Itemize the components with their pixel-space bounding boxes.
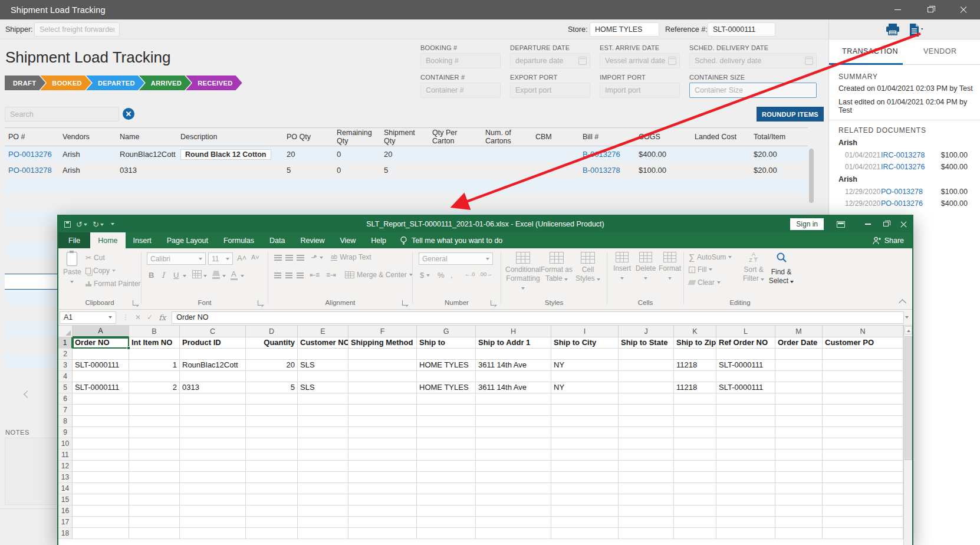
excel-cell-H17[interactable] (476, 517, 551, 528)
excel-cell-K15[interactable] (674, 494, 716, 505)
excel-cell-M9[interactable] (775, 427, 823, 438)
excel-cell-C2[interactable] (180, 349, 246, 360)
excel-cell-J3[interactable] (619, 360, 674, 371)
comma-style-icon[interactable]: , (450, 271, 453, 280)
excel-cell-L16[interactable] (716, 505, 775, 517)
excel-cell-A16[interactable] (73, 505, 129, 517)
excel-cell-K4[interactable] (674, 371, 716, 382)
clear-button[interactable]: Clear (689, 278, 721, 287)
bill-link[interactable]: B-0013276 (583, 150, 632, 159)
excel-cell-A3[interactable]: SLT-0000111 (73, 360, 129, 371)
excel-cell-K11[interactable] (674, 449, 716, 461)
excel-cell-E10[interactable] (298, 438, 348, 449)
excel-cell-N5[interactable] (823, 382, 903, 393)
accounting-format-icon[interactable]: $ (420, 271, 430, 280)
excel-cell-K7[interactable] (674, 405, 716, 416)
excel-cell-I5[interactable]: NY (551, 382, 619, 393)
po-link[interactable]: PO-0013278 (8, 166, 55, 175)
excel-cell-F10[interactable] (348, 438, 417, 449)
excel-cell-I12[interactable] (551, 461, 619, 472)
print-icon[interactable] (886, 23, 900, 36)
excel-row-number[interactable]: 11 (58, 449, 73, 461)
excel-cell-K9[interactable] (674, 427, 716, 438)
excel-cell-M10[interactable] (775, 438, 823, 449)
excel-cell-M8[interactable] (775, 416, 823, 427)
insert-function-icon[interactable]: fx (159, 313, 166, 322)
excel-cell-H8[interactable] (476, 416, 551, 427)
excel-cell-L15[interactable] (716, 494, 775, 505)
search-input[interactable] (5, 107, 119, 122)
excel-cell-G6[interactable] (417, 393, 476, 405)
excel-cell-I4[interactable] (551, 371, 619, 382)
status-pill-received[interactable]: RECEIVED (186, 75, 242, 90)
excel-cell-H13[interactable] (476, 472, 551, 483)
excel-cell-M4[interactable] (775, 371, 823, 382)
tab-transaction[interactable]: TRANSACTION (842, 47, 898, 55)
excel-cell-N14[interactable] (823, 483, 903, 494)
excel-cell-E4[interactable] (298, 371, 348, 382)
form-input[interactable] (420, 83, 501, 98)
excel-cell-D9[interactable] (246, 427, 298, 438)
scrollbar-thumb[interactable] (905, 336, 912, 460)
excel-cell-H4[interactable] (476, 371, 551, 382)
excel-cell-A5[interactable]: SLT-0000111 (73, 382, 129, 393)
excel-cell-F12[interactable] (348, 461, 417, 472)
excel-cell-E6[interactable] (298, 393, 348, 405)
form-input[interactable] (689, 83, 817, 98)
excel-cell-C12[interactable] (180, 461, 246, 472)
excel-cell-B15[interactable] (129, 494, 180, 505)
excel-cell-K5[interactable]: 11218 (674, 382, 716, 393)
excel-row-number[interactable]: 14 (58, 483, 73, 494)
excel-row-number[interactable]: 16 (58, 505, 73, 517)
excel-cell-I6[interactable] (551, 393, 619, 405)
align-left-icon[interactable] (274, 272, 281, 278)
doc-link[interactable]: IRC-0013278 (881, 151, 925, 159)
excel-cell-C15[interactable] (180, 494, 246, 505)
excel-row-number[interactable]: 13 (58, 472, 73, 483)
excel-cell-B7[interactable] (129, 405, 180, 416)
undo-icon[interactable]: ↺ (76, 220, 87, 229)
excel-cell-B1[interactable]: Int Item NO (129, 337, 180, 349)
excel-cell-I15[interactable] (551, 494, 619, 505)
insert-cells-button[interactable]: Insert (611, 252, 633, 282)
excel-cell-K8[interactable] (674, 416, 716, 427)
excel-cell-G15[interactable] (417, 494, 476, 505)
format-as-table-button[interactable]: Format as Table (540, 252, 573, 283)
excel-cell-C16[interactable] (180, 505, 246, 517)
excel-row-number[interactable]: 9 (58, 427, 73, 438)
excel-cell-E12[interactable] (298, 461, 348, 472)
format-cells-button[interactable]: Format (658, 252, 682, 282)
excel-cell-M18[interactable] (775, 528, 823, 539)
calendar-icon[interactable] (578, 57, 587, 65)
excel-cell-L11[interactable] (716, 449, 775, 461)
excel-cell-N6[interactable] (823, 393, 903, 405)
excel-cell-C14[interactable] (180, 483, 246, 494)
excel-cell-E1[interactable]: Customer NO (298, 337, 348, 349)
excel-cell-G9[interactable] (417, 427, 476, 438)
increase-font-icon[interactable]: A˄ (237, 254, 246, 262)
excel-minimize-button[interactable] (859, 216, 877, 232)
excel-menu-review[interactable]: Review (292, 232, 332, 248)
excel-cell-J8[interactable] (619, 416, 674, 427)
excel-menu-page-layout[interactable]: Page Layout (159, 232, 216, 248)
bold-button[interactable]: B (149, 271, 154, 280)
excel-cell-H15[interactable] (476, 494, 551, 505)
autosum-button[interactable]: ∑AutoSum (689, 252, 732, 262)
excel-cell-H6[interactable] (476, 393, 551, 405)
borders-icon[interactable] (192, 270, 202, 278)
excel-cell-H1[interactable]: Ship to Addr 1 (476, 337, 551, 349)
scroll-up-icon[interactable] (905, 326, 912, 334)
table-row[interactable]: PO-0013276ArishRounBlac12CottRound Black… (5, 146, 808, 162)
excel-cell-D11[interactable] (246, 449, 298, 461)
reference-input[interactable] (708, 22, 775, 37)
excel-cell-M14[interactable] (775, 483, 823, 494)
excel-cell-J12[interactable] (619, 461, 674, 472)
excel-cell-E18[interactable] (298, 528, 348, 539)
excel-cell-J4[interactable] (619, 371, 674, 382)
excel-cell-I1[interactable]: Ship to City (551, 337, 619, 349)
excel-cell-G13[interactable] (417, 472, 476, 483)
excel-cell-B8[interactable] (129, 416, 180, 427)
excel-cell-G7[interactable] (417, 405, 476, 416)
table-scrollbar-thumb[interactable] (809, 149, 814, 203)
excel-cell-H7[interactable] (476, 405, 551, 416)
